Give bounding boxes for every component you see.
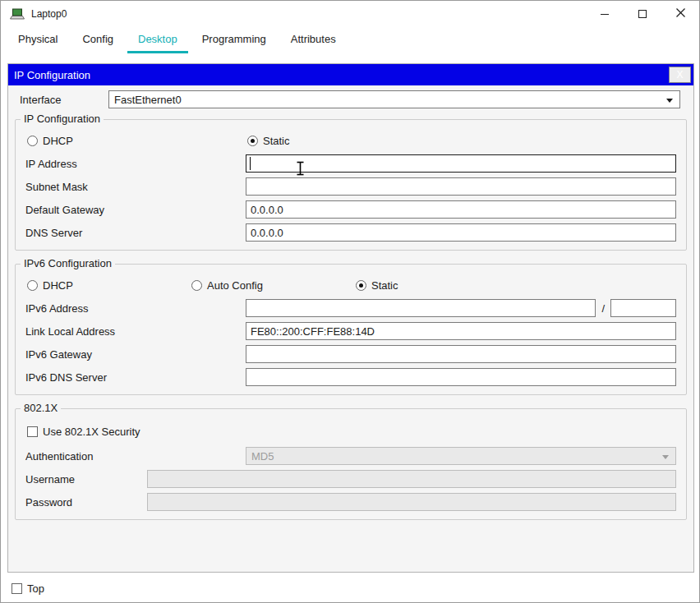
ip-address-label: IP Address (25, 158, 246, 170)
subnet-mask-input[interactable] (246, 177, 676, 196)
ipv6-gateway-label: IPv6 Gateway (25, 348, 246, 361)
tab-desktop[interactable]: Desktop (127, 28, 188, 53)
ipv6-auto-config-radio[interactable] (191, 280, 202, 291)
ipv4-dhcp-radio[interactable] (27, 136, 38, 146)
link-local-address-label: Link Local Address (25, 325, 246, 338)
ipv6-auto-config-option: Auto Config (191, 279, 356, 292)
ip-address-row: IP Address (25, 154, 676, 173)
dns-server-input[interactable] (246, 223, 676, 242)
ipv4-static-radio[interactable] (247, 136, 258, 146)
ipv6-configuration-group: IPv6 Configuration DHCP Auto Config Stat… (15, 264, 687, 395)
maximize-icon (638, 10, 647, 18)
tab-physical[interactable]: Physical (7, 28, 68, 53)
authentication-selected-value: MD5 (251, 450, 274, 463)
authentication-label: Authentication (25, 450, 246, 463)
ipv4-group-legend: IP Configuration (21, 113, 104, 125)
window-title: Laptop0 (31, 8, 67, 20)
dot1x-group-legend: 802.1X (21, 402, 61, 414)
interface-label: Interface (20, 94, 108, 106)
ipv4-configuration-group: IP Configuration DHCP Static IP Address (15, 119, 687, 251)
default-gateway-input[interactable] (246, 200, 676, 219)
top-checkbox[interactable] (12, 583, 22, 594)
window-controls (586, 1, 699, 27)
dialog-close-button[interactable]: X (669, 67, 691, 83)
close-button[interactable] (661, 1, 699, 27)
default-gateway-label: Default Gateway (25, 204, 246, 216)
dot1x-group: 802.1X Use 802.1X Security Authenticatio… (15, 408, 687, 520)
tab-attributes[interactable]: Attributes (280, 28, 347, 53)
ipv6-dns-server-row: IPv6 DNS Server (25, 368, 676, 386)
ipv6-dns-server-input[interactable] (246, 368, 676, 386)
ipv4-mode-radios: DHCP Static (27, 133, 676, 148)
ipv6-address-label: IPv6 Address (25, 302, 246, 315)
ipv6-prefix-input[interactable] (610, 299, 676, 317)
interface-select[interactable]: FastEthernet0 (108, 90, 680, 108)
close-icon (675, 7, 686, 21)
ipv4-dhcp-option: DHCP (27, 135, 247, 147)
ipv6-dhcp-option: DHCP (27, 279, 191, 292)
dialog-title: IP Configuration (14, 69, 90, 81)
ipv6-dns-server-label: IPv6 DNS Server (25, 371, 246, 384)
ipv6-address-row: IPv6 Address / (25, 299, 676, 317)
ipv6-gateway-row: IPv6 Gateway (25, 345, 676, 363)
ipv6-gateway-input[interactable] (246, 345, 676, 363)
use-dot1x-security-label: Use 802.1X Security (43, 426, 140, 438)
ip-configuration-dialog: IP Configuration X Interface FastEtherne… (7, 63, 694, 573)
ipv6-auto-config-label: Auto Config (207, 279, 263, 292)
ipv6-dhcp-radio[interactable] (27, 280, 38, 291)
ipv6-prefix-separator: / (601, 302, 605, 315)
minimize-button[interactable] (586, 1, 624, 27)
subnet-mask-row: Subnet Mask (25, 177, 676, 196)
interface-selected-value: FastEthernet0 (114, 94, 182, 106)
titlebar: Laptop0 (1, 1, 699, 27)
link-local-address-row: Link Local Address (25, 322, 676, 340)
maximize-button[interactable] (624, 1, 661, 27)
link-local-address-input[interactable] (246, 322, 676, 340)
dialog-titlebar: IP Configuration X (8, 64, 693, 85)
use-dot1x-security-checkbox[interactable] (27, 426, 38, 437)
ipv6-static-radio[interactable] (356, 280, 366, 291)
password-row: Password (25, 493, 676, 511)
top-checkbox-label: Top (27, 582, 44, 595)
username-input (147, 470, 676, 488)
ipv6-address-input[interactable] (246, 299, 596, 317)
laptop-device-icon (10, 8, 25, 21)
ipv4-dhcp-label: DHCP (43, 135, 73, 147)
tab-bar: Physical Config Desktop Programming Attr… (1, 27, 699, 53)
authentication-row: Authentication MD5 (25, 447, 676, 465)
tab-programming[interactable]: Programming (191, 28, 277, 53)
interface-row: Interface FastEthernet0 (8, 85, 693, 113)
username-label: Username (25, 473, 147, 486)
ipv4-static-option: Static (247, 135, 290, 147)
ipv6-group-legend: IPv6 Configuration (21, 257, 115, 269)
ip-address-input[interactable] (246, 154, 676, 173)
tab-config[interactable]: Config (71, 28, 124, 53)
dns-server-row: DNS Server (25, 223, 676, 242)
ipv6-dhcp-label: DHCP (43, 279, 73, 292)
authentication-select: MD5 (246, 447, 676, 465)
ipv6-static-option: Static (356, 279, 398, 292)
default-gateway-row: Default Gateway (25, 200, 676, 219)
username-row: Username (25, 470, 676, 488)
minimize-icon (601, 14, 609, 15)
footer: Top (12, 582, 44, 595)
use-dot1x-security-row: Use 802.1X Security (27, 424, 676, 439)
dns-server-label: DNS Server (25, 227, 246, 239)
laptop-window: Laptop0 Physical Config Desktop Programm… (1, 1, 699, 53)
text-caret (250, 157, 251, 170)
ipv6-static-label: Static (371, 279, 398, 292)
password-label: Password (25, 496, 147, 509)
ipv4-static-label: Static (263, 135, 290, 147)
ip-address-input-wrap (246, 154, 676, 173)
password-input (147, 493, 676, 511)
subnet-mask-label: Subnet Mask (25, 181, 246, 193)
ipv6-mode-radios: DHCP Auto Config Static (27, 278, 676, 292)
